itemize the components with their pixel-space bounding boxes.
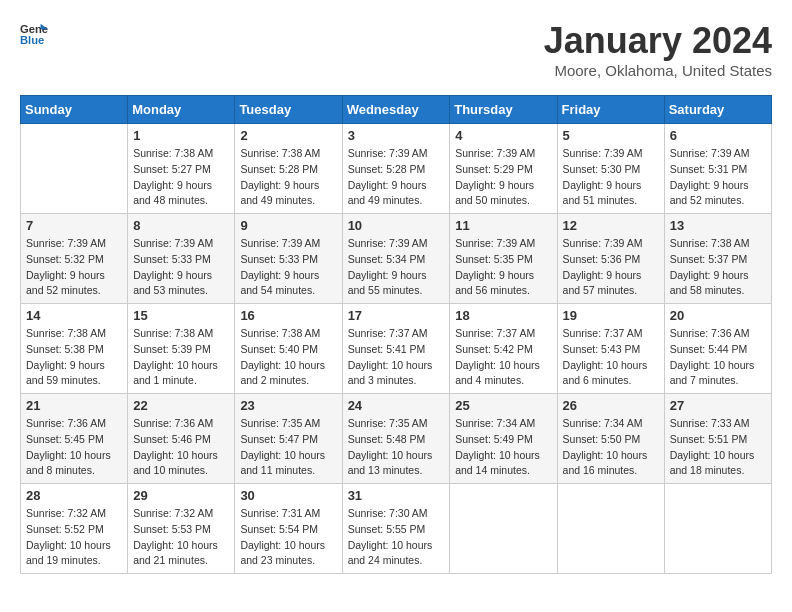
day-info: Sunrise: 7:35 AMSunset: 5:47 PMDaylight:… bbox=[240, 416, 336, 479]
day-cell: 20 Sunrise: 7:36 AMSunset: 5:44 PMDaylig… bbox=[664, 304, 771, 394]
day-number: 1 bbox=[133, 128, 229, 143]
calendar-title: January 2024 bbox=[544, 20, 772, 62]
logo: General Blue bbox=[20, 20, 48, 48]
day-cell: 5 Sunrise: 7:39 AMSunset: 5:30 PMDayligh… bbox=[557, 124, 664, 214]
col-thursday: Thursday bbox=[450, 96, 557, 124]
day-cell: 1 Sunrise: 7:38 AMSunset: 5:27 PMDayligh… bbox=[128, 124, 235, 214]
day-info: Sunrise: 7:32 AMSunset: 5:52 PMDaylight:… bbox=[26, 506, 122, 569]
day-number: 7 bbox=[26, 218, 122, 233]
day-number: 4 bbox=[455, 128, 551, 143]
day-number: 31 bbox=[348, 488, 445, 503]
col-tuesday: Tuesday bbox=[235, 96, 342, 124]
week-row-5: 28 Sunrise: 7:32 AMSunset: 5:52 PMDaylig… bbox=[21, 484, 772, 574]
day-cell: 6 Sunrise: 7:39 AMSunset: 5:31 PMDayligh… bbox=[664, 124, 771, 214]
day-number: 10 bbox=[348, 218, 445, 233]
day-info: Sunrise: 7:39 AMSunset: 5:30 PMDaylight:… bbox=[563, 146, 659, 209]
day-cell: 11 Sunrise: 7:39 AMSunset: 5:35 PMDaylig… bbox=[450, 214, 557, 304]
day-cell: 28 Sunrise: 7:32 AMSunset: 5:52 PMDaylig… bbox=[21, 484, 128, 574]
day-cell bbox=[21, 124, 128, 214]
day-number: 22 bbox=[133, 398, 229, 413]
day-cell: 22 Sunrise: 7:36 AMSunset: 5:46 PMDaylig… bbox=[128, 394, 235, 484]
day-info: Sunrise: 7:39 AMSunset: 5:32 PMDaylight:… bbox=[26, 236, 122, 299]
day-info: Sunrise: 7:39 AMSunset: 5:31 PMDaylight:… bbox=[670, 146, 766, 209]
day-number: 6 bbox=[670, 128, 766, 143]
day-cell: 29 Sunrise: 7:32 AMSunset: 5:53 PMDaylig… bbox=[128, 484, 235, 574]
day-info: Sunrise: 7:32 AMSunset: 5:53 PMDaylight:… bbox=[133, 506, 229, 569]
day-cell: 18 Sunrise: 7:37 AMSunset: 5:42 PMDaylig… bbox=[450, 304, 557, 394]
day-info: Sunrise: 7:38 AMSunset: 5:28 PMDaylight:… bbox=[240, 146, 336, 209]
day-cell: 21 Sunrise: 7:36 AMSunset: 5:45 PMDaylig… bbox=[21, 394, 128, 484]
col-wednesday: Wednesday bbox=[342, 96, 450, 124]
col-sunday: Sunday bbox=[21, 96, 128, 124]
day-number: 28 bbox=[26, 488, 122, 503]
day-number: 25 bbox=[455, 398, 551, 413]
day-info: Sunrise: 7:38 AMSunset: 5:40 PMDaylight:… bbox=[240, 326, 336, 389]
day-cell: 3 Sunrise: 7:39 AMSunset: 5:28 PMDayligh… bbox=[342, 124, 450, 214]
day-cell bbox=[557, 484, 664, 574]
header-row: Sunday Monday Tuesday Wednesday Thursday… bbox=[21, 96, 772, 124]
day-cell: 26 Sunrise: 7:34 AMSunset: 5:50 PMDaylig… bbox=[557, 394, 664, 484]
day-number: 30 bbox=[240, 488, 336, 503]
day-info: Sunrise: 7:30 AMSunset: 5:55 PMDaylight:… bbox=[348, 506, 445, 569]
day-number: 27 bbox=[670, 398, 766, 413]
day-info: Sunrise: 7:33 AMSunset: 5:51 PMDaylight:… bbox=[670, 416, 766, 479]
day-number: 17 bbox=[348, 308, 445, 323]
week-row-2: 7 Sunrise: 7:39 AMSunset: 5:32 PMDayligh… bbox=[21, 214, 772, 304]
day-info: Sunrise: 7:39 AMSunset: 5:28 PMDaylight:… bbox=[348, 146, 445, 209]
day-info: Sunrise: 7:38 AMSunset: 5:38 PMDaylight:… bbox=[26, 326, 122, 389]
day-number: 20 bbox=[670, 308, 766, 323]
day-info: Sunrise: 7:38 AMSunset: 5:39 PMDaylight:… bbox=[133, 326, 229, 389]
header: General Blue January 2024 Moore, Oklahom… bbox=[20, 20, 772, 79]
day-info: Sunrise: 7:37 AMSunset: 5:41 PMDaylight:… bbox=[348, 326, 445, 389]
calendar-subtitle: Moore, Oklahoma, United States bbox=[544, 62, 772, 79]
day-info: Sunrise: 7:37 AMSunset: 5:43 PMDaylight:… bbox=[563, 326, 659, 389]
day-cell: 30 Sunrise: 7:31 AMSunset: 5:54 PMDaylig… bbox=[235, 484, 342, 574]
day-cell: 27 Sunrise: 7:33 AMSunset: 5:51 PMDaylig… bbox=[664, 394, 771, 484]
day-number: 29 bbox=[133, 488, 229, 503]
day-number: 18 bbox=[455, 308, 551, 323]
day-cell: 24 Sunrise: 7:35 AMSunset: 5:48 PMDaylig… bbox=[342, 394, 450, 484]
day-cell: 8 Sunrise: 7:39 AMSunset: 5:33 PMDayligh… bbox=[128, 214, 235, 304]
day-cell: 7 Sunrise: 7:39 AMSunset: 5:32 PMDayligh… bbox=[21, 214, 128, 304]
day-info: Sunrise: 7:39 AMSunset: 5:33 PMDaylight:… bbox=[240, 236, 336, 299]
day-info: Sunrise: 7:39 AMSunset: 5:29 PMDaylight:… bbox=[455, 146, 551, 209]
day-number: 19 bbox=[563, 308, 659, 323]
day-number: 8 bbox=[133, 218, 229, 233]
svg-text:Blue: Blue bbox=[20, 34, 44, 46]
day-number: 26 bbox=[563, 398, 659, 413]
day-number: 16 bbox=[240, 308, 336, 323]
col-saturday: Saturday bbox=[664, 96, 771, 124]
day-number: 9 bbox=[240, 218, 336, 233]
day-info: Sunrise: 7:31 AMSunset: 5:54 PMDaylight:… bbox=[240, 506, 336, 569]
week-row-1: 1 Sunrise: 7:38 AMSunset: 5:27 PMDayligh… bbox=[21, 124, 772, 214]
day-number: 12 bbox=[563, 218, 659, 233]
day-number: 3 bbox=[348, 128, 445, 143]
col-monday: Monday bbox=[128, 96, 235, 124]
day-number: 14 bbox=[26, 308, 122, 323]
day-cell: 13 Sunrise: 7:38 AMSunset: 5:37 PMDaylig… bbox=[664, 214, 771, 304]
day-cell: 10 Sunrise: 7:39 AMSunset: 5:34 PMDaylig… bbox=[342, 214, 450, 304]
day-info: Sunrise: 7:37 AMSunset: 5:42 PMDaylight:… bbox=[455, 326, 551, 389]
day-number: 5 bbox=[563, 128, 659, 143]
day-cell: 19 Sunrise: 7:37 AMSunset: 5:43 PMDaylig… bbox=[557, 304, 664, 394]
day-number: 24 bbox=[348, 398, 445, 413]
day-info: Sunrise: 7:35 AMSunset: 5:48 PMDaylight:… bbox=[348, 416, 445, 479]
day-number: 21 bbox=[26, 398, 122, 413]
day-cell: 23 Sunrise: 7:35 AMSunset: 5:47 PMDaylig… bbox=[235, 394, 342, 484]
day-cell: 4 Sunrise: 7:39 AMSunset: 5:29 PMDayligh… bbox=[450, 124, 557, 214]
week-row-3: 14 Sunrise: 7:38 AMSunset: 5:38 PMDaylig… bbox=[21, 304, 772, 394]
day-number: 11 bbox=[455, 218, 551, 233]
day-info: Sunrise: 7:39 AMSunset: 5:35 PMDaylight:… bbox=[455, 236, 551, 299]
day-info: Sunrise: 7:38 AMSunset: 5:37 PMDaylight:… bbox=[670, 236, 766, 299]
day-number: 23 bbox=[240, 398, 336, 413]
day-cell: 16 Sunrise: 7:38 AMSunset: 5:40 PMDaylig… bbox=[235, 304, 342, 394]
day-number: 13 bbox=[670, 218, 766, 233]
day-cell: 31 Sunrise: 7:30 AMSunset: 5:55 PMDaylig… bbox=[342, 484, 450, 574]
calendar-table: Sunday Monday Tuesday Wednesday Thursday… bbox=[20, 95, 772, 574]
day-cell: 12 Sunrise: 7:39 AMSunset: 5:36 PMDaylig… bbox=[557, 214, 664, 304]
day-cell: 9 Sunrise: 7:39 AMSunset: 5:33 PMDayligh… bbox=[235, 214, 342, 304]
logo-icon: General Blue bbox=[20, 20, 48, 48]
title-area: January 2024 Moore, Oklahoma, United Sta… bbox=[544, 20, 772, 79]
day-info: Sunrise: 7:39 AMSunset: 5:33 PMDaylight:… bbox=[133, 236, 229, 299]
day-cell bbox=[664, 484, 771, 574]
